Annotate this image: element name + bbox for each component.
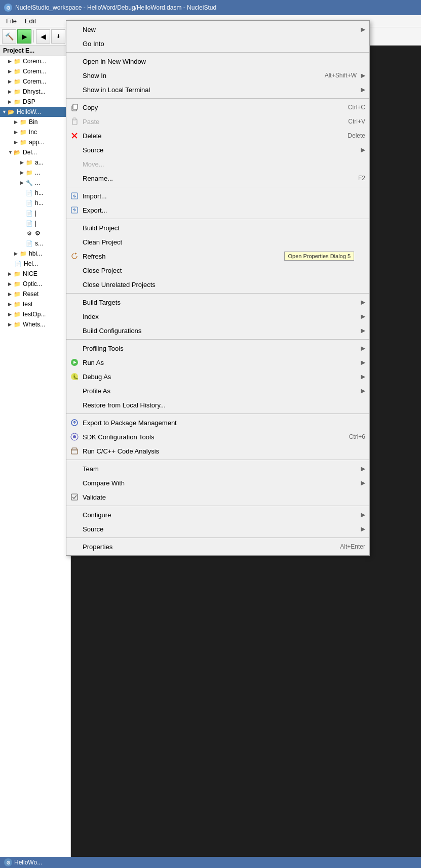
- folder-icon: 📂: [13, 148, 21, 156]
- tree-item-del[interactable]: ▼ 📂 Del...: [0, 147, 70, 157]
- tree-item-reset[interactable]: ▶ 📁 Reset: [0, 289, 70, 299]
- tree-item-pipe1[interactable]: 📄 |: [0, 208, 70, 218]
- tree-item-pipe2[interactable]: 📄 |: [0, 218, 70, 228]
- menu-item-index[interactable]: Index ▶: [66, 309, 369, 323]
- nav-fwd-button[interactable]: ⬇: [51, 29, 65, 44]
- menu-item-validate[interactable]: Validate: [66, 490, 369, 504]
- shortcut-show-in: Alt+Shift+W: [325, 72, 357, 79]
- menu-item-open-new-window[interactable]: Open in New Window: [66, 54, 369, 68]
- run-button[interactable]: ▶: [17, 29, 31, 44]
- tree-item-sub2[interactable]: ▶ 🔧 ...: [0, 178, 70, 188]
- tree-item-hel[interactable]: 📄 Hel...: [0, 259, 70, 269]
- menu-label-open-new-window: Open in New Window: [83, 58, 365, 65]
- svg-rect-1: [73, 104, 78, 109]
- hammer-button[interactable]: 🔨: [2, 29, 16, 44]
- menu-item-build-configurations[interactable]: Build Configurations ▶: [66, 323, 369, 338]
- tree-item-hellow[interactable]: ▼ 📂 HelloW...: [0, 107, 70, 117]
- menu-item-show-local-terminal[interactable]: Show in Local Terminal ▶: [66, 82, 369, 97]
- menu-item-copy[interactable]: Copy Ctrl+C: [66, 100, 369, 114]
- menu-item-show-in[interactable]: Show In Alt+Shift+W ▶: [66, 68, 369, 82]
- tree-item-app[interactable]: ▶ 📁 app...: [0, 137, 70, 147]
- menu-item-sdk-config[interactable]: SDK Configuration Tools Ctrl+6: [66, 430, 369, 444]
- file-icon: 📄: [25, 209, 33, 217]
- menu-item-build-project[interactable]: Build Project: [66, 221, 369, 235]
- menu-file[interactable]: File: [2, 16, 21, 26]
- menu-item-source-2[interactable]: Source ▶: [66, 522, 369, 536]
- tree-item-dhryst[interactable]: ▶ 📁 Dhryst...: [0, 87, 70, 97]
- file-icon: 📄: [25, 239, 33, 247]
- tree-item-a[interactable]: ▶ 📁 a...: [0, 157, 70, 168]
- menu-item-profile-as[interactable]: Profile As ▶: [66, 384, 369, 398]
- tree-item-bin[interactable]: ▶ 📁 Bin: [0, 117, 70, 127]
- menu-item-properties[interactable]: Properties Alt+Enter: [66, 540, 369, 554]
- menu-label-move: Move...: [83, 160, 365, 168]
- tree-arrow: ▶: [14, 130, 19, 135]
- menu-item-configure[interactable]: Configure ▶: [66, 508, 369, 522]
- tree-item-dsp[interactable]: ▶ 📁 DSP: [0, 97, 70, 107]
- tree-item-test[interactable]: ▶ 📁 test: [0, 299, 70, 309]
- menu-item-compare-with[interactable]: Compare With ▶: [66, 476, 369, 490]
- configure-icon: [69, 510, 80, 520]
- menu-label-profile-as: Profile As: [83, 387, 357, 395]
- menu-item-profiling-tools[interactable]: Profiling Tools ▶: [66, 341, 369, 355]
- showin-icon: [69, 70, 80, 80]
- menu-item-delete[interactable]: Delete Delete: [66, 129, 369, 143]
- tree-item-testop[interactable]: ▶ 📁 testOp...: [0, 309, 70, 319]
- menu-item-run-as[interactable]: Run As ▶: [66, 355, 369, 369]
- folder-icon: 📁: [13, 98, 21, 106]
- tree-label: hbi...: [29, 250, 42, 257]
- menu-item-close-project[interactable]: Close Project: [66, 263, 369, 277]
- svg-text:🐛: 🐛: [72, 374, 79, 380]
- menu-item-clean-project[interactable]: Clean Project: [66, 235, 369, 249]
- menu-item-restore-history[interactable]: Restore from Local History...: [66, 398, 369, 412]
- tree-item-gear[interactable]: ⚙ ⚙: [0, 228, 70, 238]
- nav-back-button[interactable]: ◀: [36, 29, 50, 44]
- tree-item-sub1[interactable]: ▶ 📁 ...: [0, 168, 70, 178]
- menu-item-export[interactable]: Export...: [66, 203, 369, 217]
- tree-item-hbi[interactable]: ▶ 📁 hbi...: [0, 249, 70, 259]
- tree-label: Corem...: [23, 78, 46, 85]
- tree-item-s[interactable]: 📄 s...: [0, 238, 70, 249]
- status-icon: ⚙: [4, 858, 12, 866]
- menu-item-gointo[interactable]: Go Into: [66, 36, 369, 51]
- menu-item-code-analysis[interactable]: Run C/C++ Code Analysis: [66, 444, 369, 458]
- menu-item-import[interactable]: Import...: [66, 189, 369, 203]
- separator-9: [66, 506, 369, 506]
- close-project-icon: [69, 265, 80, 275]
- menu-item-refresh[interactable]: Refresh Open Properties Dialog 5: [66, 249, 369, 263]
- menu-edit[interactable]: Edit: [21, 16, 40, 26]
- tree-item-nice[interactable]: ▶ 📁 NICE: [0, 269, 70, 279]
- status-text: HelloWo...: [14, 859, 42, 866]
- menu-label-run-as: Run As: [83, 359, 357, 366]
- menu-item-source-1[interactable]: Source ▶: [66, 143, 369, 157]
- svg-line-8: [74, 196, 76, 197]
- menu-label-code-analysis: Run C/C++ Code Analysis: [83, 447, 365, 455]
- menu-item-debug-as[interactable]: 🐛 Debug As ▶: [66, 369, 369, 384]
- menu-item-move: Move...: [66, 157, 369, 171]
- menu-label-compare-with: Compare With: [83, 479, 357, 487]
- tree-item-corem1[interactable]: ▶ 📁 Corem...: [0, 56, 70, 66]
- tree-item-whets[interactable]: ▶ 📁 Whets...: [0, 319, 70, 329]
- file-icon: 📄: [25, 189, 33, 197]
- tree-item-h1[interactable]: 📄 h...: [0, 188, 70, 198]
- menu-item-close-unrelated[interactable]: Close Unrelated Projects: [66, 277, 369, 292]
- tree-item-corem3[interactable]: ▶ 📁 Corem...: [0, 76, 70, 87]
- menu-item-new[interactable]: New ▶: [66, 22, 369, 36]
- folder-icon: 📁: [19, 118, 27, 126]
- tree-item-inc[interactable]: ▶ 📁 Inc: [0, 127, 70, 137]
- arrow-icon: ▶: [361, 299, 365, 306]
- tree-label: testOp...: [23, 311, 46, 318]
- tree-item-optica[interactable]: ▶ 📁 Optic...: [0, 279, 70, 289]
- tree-item-corem2[interactable]: ▶ 📁 Corem...: [0, 66, 70, 76]
- history-icon: [69, 400, 80, 410]
- svg-rect-21: [71, 450, 78, 454]
- menu-item-export-pkg[interactable]: Export to Package Management: [66, 416, 369, 430]
- tree-item-h2[interactable]: 📄 h...: [0, 198, 70, 208]
- title-text: NucleiStudio_workspace - HelloWord/Debug…: [15, 4, 216, 11]
- svg-point-20: [73, 435, 76, 438]
- source-icon: [69, 145, 80, 155]
- menu-label-source-1: Source: [83, 146, 357, 154]
- menu-item-team[interactable]: Team ▶: [66, 462, 369, 476]
- menu-item-rename[interactable]: Rename... F2: [66, 171, 369, 185]
- menu-item-build-targets[interactable]: Build Targets ▶: [66, 295, 369, 309]
